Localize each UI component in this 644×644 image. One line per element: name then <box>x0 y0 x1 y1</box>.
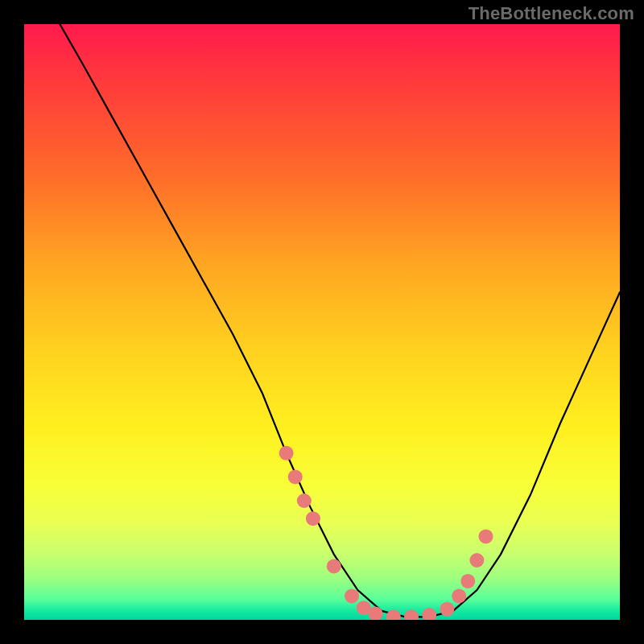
marker-dot <box>440 602 454 617</box>
marker-dot <box>479 529 493 543</box>
marker-dots <box>279 446 493 620</box>
marker-dot <box>306 511 320 526</box>
bottleneck-curve <box>60 24 620 617</box>
plot-area <box>24 24 620 620</box>
marker-dot <box>422 608 436 620</box>
curve-layer <box>24 24 620 620</box>
marker-dot <box>288 469 303 484</box>
watermark-text: TheBottleneck.com <box>469 3 634 24</box>
marker-dot <box>279 446 294 460</box>
marker-dot <box>386 609 401 620</box>
marker-dot <box>404 609 419 620</box>
chart-frame: TheBottleneck.com <box>0 0 644 644</box>
marker-dot <box>345 588 359 603</box>
marker-dot <box>297 493 312 508</box>
marker-dot <box>460 574 475 588</box>
marker-dot <box>452 588 466 603</box>
marker-dot <box>469 553 484 568</box>
marker-dot <box>327 559 341 573</box>
